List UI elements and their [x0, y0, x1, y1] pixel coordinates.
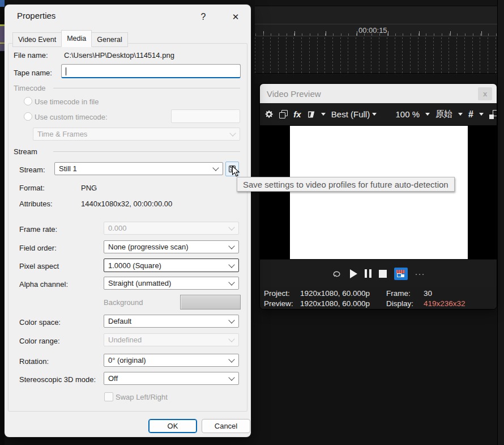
chevron-down-icon — [228, 279, 234, 285]
chevron-down-icon[interactable] — [425, 113, 430, 116]
swap-left-right-label: Swap Left/Right — [116, 392, 168, 402]
preview-value: 1920x1080, 60.000p — [300, 299, 385, 309]
chevron-down-icon — [228, 374, 234, 380]
attributes-label: Attributes: — [19, 199, 53, 209]
chevron-down-icon — [228, 356, 234, 362]
pixel-aspect-value: 1.0000 (Square) — [108, 261, 161, 270]
external-monitor-icon[interactable] — [489, 110, 497, 119]
close-icon[interactable]: ✕ — [228, 10, 244, 24]
preview-display-area — [260, 126, 497, 259]
color-space-label: Color space: — [19, 317, 61, 327]
grid-overlay-icon[interactable]: # — [468, 109, 473, 120]
timecode-group-label: Timecode — [14, 83, 46, 93]
pixel-aspect-select[interactable]: 1.0000 (Square) — [104, 258, 239, 272]
preview-transport-bar: ··· — [260, 259, 497, 287]
tab-general[interactable]: General — [91, 32, 127, 47]
right-panel-edge — [497, 0, 504, 445]
alpha-channel-label: Alpha channel: — [19, 279, 68, 289]
timeline-left-sliver — [0, 0, 5, 445]
pixel-aspect-label: Pixel aspect — [19, 261, 59, 271]
chevron-down-icon[interactable] — [321, 113, 326, 116]
preview-status-bar: Project: 1920x1080, 60.000p Frame: 30 Pr… — [260, 287, 497, 309]
help-icon[interactable]: ? — [196, 10, 211, 24]
color-space-select[interactable]: Default — [104, 315, 239, 328]
chevron-down-icon — [229, 130, 236, 136]
format-value: PNG — [81, 183, 97, 193]
stereo-mode-value: Off — [108, 374, 118, 383]
track-fragment — [0, 26, 5, 43]
timecode-format-select: Time & Frames — [33, 128, 240, 141]
chevron-down-icon — [372, 113, 377, 116]
group-divider — [53, 88, 240, 88]
frame-rate-label: Frame rate: — [19, 224, 57, 234]
attributes-value: 1440x1080x32, 00:00:00.00 — [81, 199, 172, 209]
properties-dialog: Properties ? ✕ Video Event Media General… — [5, 5, 251, 437]
display-label: Display: — [386, 299, 422, 309]
preview-scale-mode[interactable]: 原始 — [435, 109, 452, 120]
tab-video-event[interactable]: Video Event — [12, 32, 62, 47]
rotation-value: 0° (original) — [108, 356, 146, 365]
background-label: Background — [104, 298, 143, 307]
color-range-value: Undefined — [108, 336, 142, 344]
tape-name-input[interactable] — [61, 64, 241, 78]
use-timecode-in-file-label: Use timecode in file — [35, 97, 99, 107]
chevron-down-icon[interactable] — [458, 113, 463, 116]
display-value: 419x236x32 — [424, 299, 497, 309]
split-screen-icon[interactable] — [307, 111, 315, 118]
video-output-fx-icon[interactable]: fx — [293, 109, 301, 119]
file-name-label: File name: — [14, 50, 48, 60]
format-label: Format: — [19, 183, 45, 193]
alpha-channel-select[interactable]: Straight (unmatted) — [104, 277, 239, 290]
chevron-down-icon[interactable] — [479, 113, 484, 116]
preview-frame-image — [290, 126, 468, 259]
tab-media[interactable]: Media — [61, 30, 92, 47]
rotation-select[interactable]: 0° (original) — [104, 354, 239, 367]
copy-snapshot-icon[interactable] — [279, 110, 288, 118]
play-icon[interactable] — [350, 269, 357, 278]
project-label: Project: — [264, 289, 299, 299]
chevron-down-icon — [228, 224, 234, 230]
use-timecode-in-file-radio — [24, 97, 32, 105]
custom-timecode-input — [171, 109, 240, 123]
group-divider — [53, 151, 240, 152]
project-value: 1920x1080, 60.000p — [300, 289, 385, 299]
video-preview-panel: Video Preview x fx Best (Full) 100 % 原始 … — [260, 84, 497, 309]
stop-icon[interactable] — [379, 270, 387, 278]
preview-zoom-value[interactable]: 100 % — [396, 109, 420, 119]
app-window: 00:00:15 Video Preview x fx Best (Full) … — [0, 0, 504, 445]
loop-playback-icon[interactable] — [332, 269, 343, 278]
preview-quality-select[interactable]: Best (Full) — [331, 109, 377, 119]
dialog-tabs: Video Event Media General — [12, 30, 127, 47]
track-fragment — [0, 44, 5, 51]
cancel-button[interactable]: Cancel — [202, 419, 250, 433]
chevron-down-icon — [228, 317, 234, 323]
video-preview-titlebar: Video Preview x — [260, 84, 497, 103]
field-order-value: None (progressive scan) — [108, 243, 189, 251]
stereo-mode-select[interactable]: Off — [104, 372, 239, 385]
pause-icon[interactable] — [365, 269, 371, 278]
timeline-track-grid[interactable] — [255, 36, 497, 74]
color-range-label: Color range: — [19, 336, 60, 346]
close-icon[interactable]: x — [478, 87, 492, 100]
gear-icon[interactable] — [264, 109, 274, 119]
stream-label: Stream: — [19, 165, 45, 175]
field-order-select[interactable]: None (progressive scan) — [104, 240, 239, 253]
external-monitor-toggle[interactable] — [394, 268, 408, 280]
swap-left-right-checkbox — [104, 392, 113, 401]
frame-rate-value: 0.000 — [108, 224, 127, 232]
color-range-select: Undefined — [104, 333, 239, 346]
chevron-down-icon — [228, 261, 234, 268]
video-preview-title: Video Preview — [267, 89, 478, 99]
frame-value: 30 — [424, 289, 497, 299]
timeline-ruler-zone[interactable]: 00:00:15 — [255, 0, 497, 84]
stereo-mode-label: Stereoscopic 3D mode: — [19, 375, 96, 384]
ok-button[interactable]: OK — [148, 419, 197, 433]
text-caret — [66, 67, 66, 75]
chevron-down-icon — [228, 243, 234, 249]
more-options-icon[interactable]: ··· — [415, 269, 425, 278]
file-name-value: C:\Users\HP\Desktop\114514.png — [64, 50, 174, 60]
timeline-marker-bar[interactable] — [255, 6, 497, 24]
preview-quality-value: Best (Full) — [331, 109, 370, 119]
track-fragment — [0, 0, 5, 7]
stream-select[interactable]: Still 1 — [54, 162, 223, 175]
